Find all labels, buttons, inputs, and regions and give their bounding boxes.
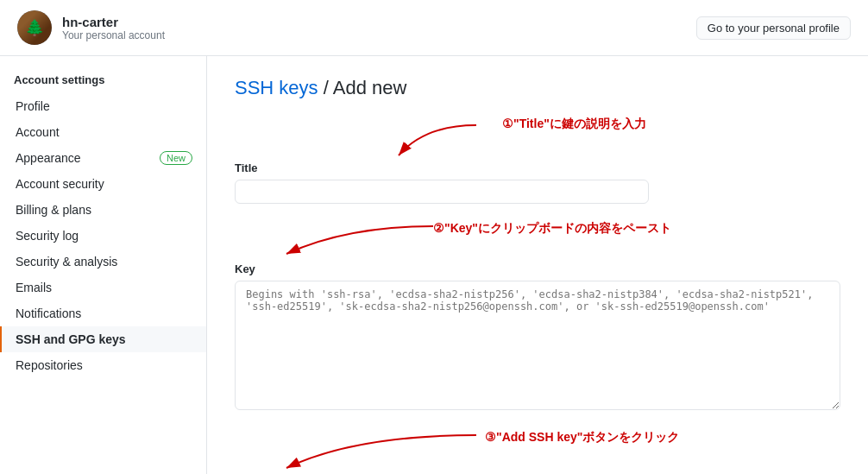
key-label: Key	[235, 262, 840, 275]
sidebar-item-label: Appearance	[16, 151, 81, 165]
annotation2-wrapper: ②"Key"にクリップボードの内容をペースト	[235, 218, 840, 261]
title-form-group: Title	[235, 161, 840, 204]
sidebar-item-label: Security & analysis	[16, 255, 117, 269]
avatar: 🌲	[17, 10, 52, 45]
avatar-image: 🌲	[17, 10, 52, 45]
title-input[interactable]	[235, 180, 649, 204]
breadcrumb-current: Add new	[333, 77, 407, 98]
sidebar-item-security-analysis[interactable]: Security & analysis	[0, 249, 206, 275]
page-breadcrumb: SSH keys / Add new	[235, 77, 840, 99]
annotation1-arrow	[390, 117, 494, 160]
main-content: SSH keys / Add new ①"Title"に鍵の説明を入力 Titl…	[207, 56, 868, 474]
annotation3-wrapper: ③"Add SSH key"ボタンをクリック	[235, 427, 840, 474]
header-left: 🌲 hn-carter Your personal account	[17, 10, 165, 45]
sidebar-item-account[interactable]: Account	[0, 119, 206, 145]
sidebar-item-label: SSH and GPG keys	[16, 332, 126, 346]
sidebar-item-label: Billing & plans	[16, 203, 91, 217]
sidebar-item-profile[interactable]: Profile	[0, 93, 206, 119]
annotation3-text: ③"Add SSH key"ボタンをクリック	[485, 430, 679, 446]
sidebar-item-ssh-gpg[interactable]: SSH and GPG keys	[0, 326, 206, 352]
sidebar-item-notifications[interactable]: Notifications	[0, 300, 206, 326]
account-subtitle: Your personal account	[62, 29, 165, 41]
sidebar-item-label: Repositories	[16, 358, 83, 372]
key-textarea[interactable]	[235, 281, 840, 410]
username: hn-carter	[62, 15, 165, 29]
sidebar-item-account-security[interactable]: Account security	[0, 171, 206, 197]
annotation1-text: ①"Title"に鍵の説明を入力	[502, 117, 646, 132]
sidebar-item-billing[interactable]: Billing & plans	[0, 197, 206, 223]
annotation1-wrapper: ①"Title"に鍵の説明を入力	[235, 117, 840, 160]
sidebar-item-repositories[interactable]: Repositories	[0, 352, 206, 378]
header: 🌲 hn-carter Your personal account Go to …	[0, 0, 868, 56]
sidebar-item-emails[interactable]: Emails	[0, 275, 206, 300]
sidebar-item-label: Profile	[16, 99, 50, 113]
personal-profile-button[interactable]: Go to your personal profile	[696, 16, 851, 40]
annotation2-arrow	[278, 218, 450, 261]
sidebar-section-title: Account settings	[0, 73, 206, 93]
layout: Account settings Profile Account Appeara…	[0, 56, 868, 474]
sidebar-item-label: Notifications	[16, 307, 81, 320]
ssh-keys-link[interactable]: SSH keys	[235, 77, 318, 98]
annotation2-text: ②"Key"にクリップボードの内容をペースト	[433, 221, 671, 237]
user-info: hn-carter Your personal account	[62, 15, 165, 41]
sidebar-item-security-log[interactable]: Security log	[0, 223, 206, 249]
title-label: Title	[235, 161, 840, 174]
key-form-group: Key	[235, 262, 840, 413]
breadcrumb-separator: /	[318, 77, 333, 98]
new-badge: New	[160, 151, 192, 165]
annotation3-arrow	[235, 427, 494, 474]
sidebar-item-label: Emails	[16, 281, 52, 294]
sidebar-item-appearance[interactable]: Appearance New	[0, 145, 206, 171]
sidebar-item-label: Account security	[16, 177, 104, 191]
sidebar: Account settings Profile Account Appeara…	[0, 56, 207, 474]
sidebar-item-label: Account	[16, 125, 60, 139]
sidebar-item-label: Security log	[16, 229, 79, 243]
